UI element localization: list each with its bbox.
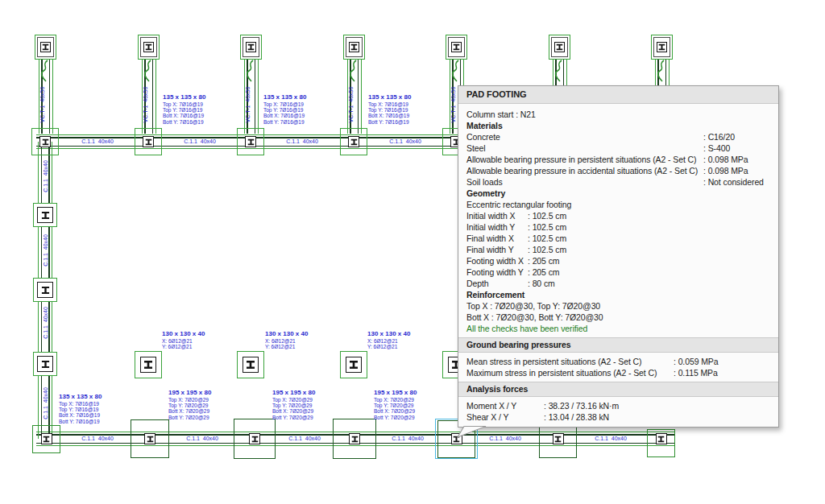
column-box[interactable] (340, 351, 367, 378)
footing-rebar-lines: Top X: 7Ø16@19Top Y: 7Ø16@19Bott X: 7Ø16… (163, 101, 251, 125)
tooltip-row-label: Reinforcement (466, 289, 524, 300)
pad-footing[interactable] (333, 419, 376, 459)
footing-rebar-line: Bott X: 7Ø16@19 (163, 113, 251, 118)
column-outline (243, 357, 259, 373)
column-head-square[interactable] (35, 35, 56, 60)
i-beam-icon (350, 43, 358, 51)
beam-label-text: C.1.1 40x40 (43, 160, 48, 192)
tooltip-row: Shear X / Y : 13.04 / 28.38 kN (458, 411, 778, 423)
footing-rebar-line: Top X: 7Ø20@29 (374, 397, 462, 403)
column-head-square[interactable] (240, 35, 262, 60)
footing-size-label: 195 x 195 x 80 (168, 389, 257, 397)
tooltip-row-value: : 102.5 cm (528, 210, 566, 221)
tooltip-row-label: Final width Y (466, 244, 528, 255)
tooltip-row: Final width Y : 102.5 cm (458, 244, 778, 255)
strap-beam-label-text: VC.T-1 40x50 (143, 87, 148, 123)
footing-annotation: 135 x 135 x 80 Top X: 7Ø16@19Top Y: 7Ø16… (263, 93, 352, 125)
pad-footing[interactable] (234, 419, 276, 459)
tooltip-row-label: Moment X / Y (466, 400, 544, 411)
tooltip-row-value: : 102.5 cm (528, 244, 566, 255)
i-beam-icon (43, 436, 50, 443)
footing-annotation: 130 x 130 x 40 X: 6Ø12@21Y: 6Ø12@21 (265, 330, 354, 349)
footing-annotation: 195 x 195 x 80 Top X: 7Ø20@29Top Y: 7Ø20… (374, 389, 462, 420)
tooltip-row: Concrete : C16/20 (458, 131, 778, 143)
column-box[interactable] (33, 203, 57, 227)
pad-footing[interactable] (31, 128, 59, 155)
tooltip-row: Eccentric rectangular footing (458, 199, 778, 210)
tooltip-row: Column start : N21 (458, 109, 778, 120)
tooltip-row: Maximum stress in persistent situations … (458, 367, 778, 378)
beam-break-squiggle-icon (245, 60, 256, 82)
footing-rebar-line: Y: 6Ø12@21 (265, 344, 354, 349)
pad-footing[interactable] (135, 128, 162, 155)
tooltip-row-label: Mean stress in persistent situations (A2… (466, 356, 674, 367)
footing-size-label: 195 x 195 x 80 (272, 389, 361, 397)
footing-rebar-lines: Top X: 7Ø16@19Top Y: 7Ø16@19Bott X: 7Ø16… (59, 401, 147, 424)
column-section-icon (349, 433, 360, 444)
pad-footing[interactable] (32, 425, 60, 453)
tooltip-row: Mean stress in persistent situations (A2… (458, 356, 778, 367)
column-head-square[interactable] (549, 35, 570, 60)
beam-label: C.1.1 40x40 (387, 138, 424, 145)
tooltip-row-label: Eccentric rectangular footing (466, 199, 571, 210)
tooltip-row-label: Footing width X (466, 255, 528, 266)
i-beam-icon (247, 43, 255, 51)
column-box[interactable] (135, 351, 162, 378)
i-beam-icon (145, 43, 152, 51)
beam-break-squiggle-icon (450, 60, 462, 82)
beam-label: C.1.1 40x40 (79, 435, 116, 442)
footing-rebar-line: Top Y: 7Ø20@29 (272, 403, 361, 408)
tooltip-title: PAD FOOTING (458, 86, 778, 104)
tooltip-row: Steel : S-400 (458, 143, 778, 154)
tooltip-row-value: : 0.059 MPa (674, 356, 719, 367)
tooltip-row-value: : 102.5 cm (528, 221, 566, 233)
beam-label: C.1.1 40x40 (487, 435, 524, 442)
tooltip-row: Analysis forces (458, 382, 778, 397)
footing-rebar-line: Y: 6Ø12@21 (162, 344, 251, 349)
tooltip-row-value: : 0.098 MPa (703, 165, 748, 176)
top-column-assembly[interactable]: VC.T-1 40x50 (35, 35, 56, 134)
footing-size-label: 135 x 135 x 80 (59, 393, 147, 401)
pad-footing[interactable] (340, 128, 367, 155)
footing-rebar-line: Bott Y: 7Ø16@19 (263, 119, 352, 125)
footing-annotation: 130 x 130 x 40 X: 6Ø12@21Y: 6Ø12@21 (162, 330, 251, 349)
pad-footing[interactable] (647, 429, 675, 457)
beam-label: C.1.1 40x40 (286, 435, 323, 442)
tooltip-row-label: Final width X (466, 233, 528, 244)
tooltip-row-label: Depth (466, 278, 528, 289)
tooltip-row-label: Column start : N21 (466, 109, 536, 120)
column-box[interactable] (237, 351, 264, 378)
footing-annotation: 130 x 130 x 40 X: 6Ø12@21Y: 6Ø12@21 (367, 330, 456, 349)
tooltip-row-value: : 0.115 MPa (674, 367, 718, 378)
footing-annotation: 195 x 195 x 80 Top X: 7Ø20@29Top Y: 7Ø20… (272, 389, 361, 420)
beam-label: C.1.1 40x40 (79, 138, 116, 145)
column-section-icon (143, 42, 154, 52)
i-beam-icon (41, 360, 50, 369)
footing-rebar-line: Top X: 7Ø20@29 (272, 397, 361, 403)
footing-rebar-line: Bott Y: 7Ø20@29 (374, 415, 462, 420)
column-section-icon (553, 433, 564, 444)
footing-rebar-line: Top Y: 7Ø16@19 (368, 107, 457, 113)
column-box[interactable] (33, 278, 57, 302)
i-beam-icon (349, 360, 359, 370)
footing-size-label: 130 x 130 x 40 (265, 330, 354, 338)
column-box[interactable] (33, 352, 57, 376)
tooltip-row: Geometry (458, 188, 778, 199)
footing-rebar-line: Bott X: 7Ø20@29 (374, 408, 462, 414)
column-head-square[interactable] (651, 35, 673, 60)
pad-footing[interactable] (237, 128, 264, 155)
tooltip-row-label: Ground bearing pressures (466, 338, 570, 352)
tooltip-row-label: All the checks have been verified (466, 323, 587, 334)
pad-footing[interactable] (131, 419, 169, 458)
tooltip-row: Allowable bearing pressure in persistent… (458, 154, 778, 165)
column-head-square[interactable] (343, 35, 365, 60)
beam-label: C.1.1 40x40 (592, 435, 629, 442)
beam-break-squiggle-icon (553, 60, 565, 82)
drawing-canvas[interactable]: VC.T-1 40x50 (0, 0, 825, 504)
tooltip-row-value: : 205 cm (528, 255, 559, 266)
column-head-square[interactable] (446, 35, 467, 60)
column-head-square[interactable] (138, 35, 160, 60)
beam-outline (361, 59, 362, 134)
top-column-assembly[interactable]: VC.T-1 40x50 (138, 35, 160, 134)
column-outline (346, 357, 362, 373)
